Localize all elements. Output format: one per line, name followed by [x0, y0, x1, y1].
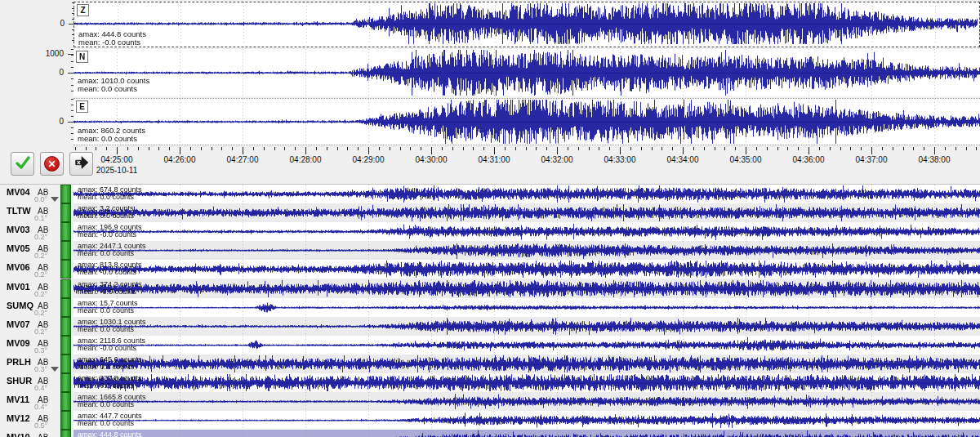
- station-row[interactable]: MV07 AB 0.2° amax: 1030.1 counts mean: 0…: [0, 317, 980, 336]
- station-distance: 0.2°: [11, 309, 47, 317]
- y-tick-label: 0: [34, 68, 64, 77]
- quality-bar: [60, 430, 71, 437]
- quality-bar: [60, 373, 71, 392]
- reject-button[interactable]: ✕: [40, 152, 64, 176]
- y-tick-label: 1000: [34, 49, 64, 58]
- station-row[interactable]: PRLH AB 0.3° amax: 645.6 counts mean: 0.…: [0, 355, 980, 373]
- black-arrow-x-icon: x: [74, 155, 89, 172]
- time-tick-label: 04:29:00: [340, 155, 397, 164]
- station-distance: 0.0°: [11, 195, 47, 203]
- station-distance: 0.4°: [11, 403, 47, 411]
- time-tick-label: 04:37:00: [843, 155, 900, 164]
- waveform-trace[interactable]: amax: 674.8 counts mean: 0.0 counts: [74, 185, 980, 203]
- confirm-button[interactable]: [11, 152, 34, 176]
- station-row[interactable]: TLTW AB 0.1° amax: 3.2 counts mean: 0.0 …: [0, 203, 980, 222]
- mean-label: mean: 0.0 counts: [78, 400, 134, 408]
- time-tick-label: 04:30:00: [403, 155, 460, 164]
- waveform-trace[interactable]: amax: 447.7 counts mean: 0.0 counts: [74, 411, 980, 430]
- waveform-canvas: [74, 279, 980, 298]
- waveform-canvas: [74, 317, 980, 336]
- waveform-canvas: [74, 222, 980, 241]
- waveform-trace[interactable]: amax: 15.7 counts mean: 0.0 counts: [74, 298, 980, 317]
- waveform-canvas: [74, 298, 980, 317]
- station-distance: 0.3°: [11, 346, 47, 355]
- waveform-trace[interactable]: amax: 374.2 counts mean: -0.0 counts: [74, 279, 980, 298]
- mean-label: mean: -0.0 counts: [78, 344, 136, 352]
- station-code: MV10: [7, 432, 30, 437]
- waveform-trace[interactable]: amax: 444.8 counts: [74, 430, 980, 437]
- waveform-canvas: [74, 355, 980, 373]
- channel-panel-e[interactable]: E amax: 860.2 counts mean: 0.0 counts 0: [74, 98, 980, 145]
- mean-label: mean: 0.0 counts: [78, 212, 134, 220]
- time-tick-label: 04:38:00: [906, 155, 963, 164]
- quality-bar: [60, 355, 71, 373]
- waveform-canvas: [74, 99, 980, 145]
- station-row[interactable]: SHUR AB 0.4° amax: 337.8 counts mean: 0.…: [0, 373, 980, 392]
- station-distance: 0.1°: [11, 214, 47, 222]
- station-row[interactable]: SUMQ AB 0.2° amax: 15.7 counts mean: 0.0…: [0, 298, 980, 317]
- station-row[interactable]: MV05 AB 0.2° amax: 2447.1 counts mean: 0…: [0, 241, 980, 260]
- waveform-trace[interactable]: amax: 1030.1 counts mean: 0.0 counts: [74, 317, 980, 336]
- mean-label: mean: -0.0 counts: [78, 268, 136, 276]
- waveform-canvas: [74, 2, 978, 45]
- quality-bar: [60, 241, 71, 260]
- station-row[interactable]: MV06 AB 0.2° amax: 813.8 counts mean: -0…: [0, 260, 980, 279]
- waveform-trace[interactable]: amax: 2447.1 counts mean: 0.0 counts: [74, 241, 980, 260]
- y-axis-ticks: [66, 99, 74, 145]
- mean-label: mean: 0.0 counts: [78, 381, 134, 390]
- waveform-trace[interactable]: amax: 813.8 counts mean: -0.0 counts: [74, 260, 980, 279]
- waveform-trace[interactable]: amax: 196.9 counts mean: -0.0 counts: [74, 222, 980, 241]
- station-distance: 0.5°: [11, 421, 47, 430]
- network-code: AB: [38, 433, 48, 437]
- station-row[interactable]: MV09 AB 0.3° amax: 2118.6 counts mean: -…: [0, 336, 980, 355]
- waveform-trace[interactable]: amax: 337.8 counts mean: 0.0 counts: [74, 373, 980, 392]
- y-tick-label: 0: [34, 117, 64, 126]
- green-check-icon: [15, 154, 31, 173]
- station-distance: 0.2°: [11, 233, 47, 241]
- channel-panel-n[interactable]: N amax: 1010.0 counts mean: 0.0 counts 1…: [74, 49, 980, 96]
- station-distance: 0.3°: [11, 365, 47, 373]
- waveform-canvas: [74, 203, 980, 222]
- channel-code-badge: N: [76, 51, 88, 63]
- station-row[interactable]: MV03 AB 0.2° amax: 196.9 counts mean: -0…: [0, 222, 980, 241]
- station-row[interactable]: MV10 AB amax: 444.8 counts: [0, 430, 980, 437]
- waveform-trace[interactable]: amax: 3.2 counts mean: 0.0 counts: [74, 203, 980, 222]
- station-row[interactable]: MV12 AB 0.5° amax: 447.7 counts mean: 0.…: [0, 411, 980, 430]
- mean-label: mean: 0.0 counts: [78, 363, 134, 371]
- station-row[interactable]: MV01 AB 0.2° amax: 374.2 counts mean: -0…: [0, 279, 980, 298]
- waveform-trace[interactable]: amax: 2118.6 counts mean: -0.0 counts: [74, 336, 980, 355]
- station-distance: 0.2°: [11, 328, 47, 336]
- y-axis-ticks: [66, 49, 74, 96]
- time-tick-label: 04:36:00: [780, 155, 837, 164]
- station-distance: 0.2°: [11, 270, 47, 279]
- waveform-trace[interactable]: amax: 645.6 counts mean: 0.0 counts: [74, 355, 980, 373]
- time-tick-label: 04:25:00: [88, 155, 145, 164]
- time-tick-label: 04:34:00: [654, 155, 711, 164]
- quality-bar: [60, 392, 71, 411]
- forward-button[interactable]: x: [69, 152, 93, 176]
- time-tick-label: 04:35:00: [717, 155, 774, 164]
- time-tick-label: 04:33:00: [591, 155, 648, 164]
- mean-label: mean: -0.0 counts: [78, 288, 136, 296]
- quality-bar: [60, 279, 71, 298]
- waveform-canvas: [74, 260, 980, 279]
- station-row[interactable]: MV04 AB 0.0° amax: 674.8 counts mean: 0.…: [0, 185, 980, 203]
- seismic-trace-viewer: counts counts counts Z amax: 444.8 count…: [0, 0, 980, 437]
- quality-bar: [60, 260, 71, 279]
- toolbar: ✕ x: [11, 152, 93, 176]
- mean-label: mean: 0.0 counts: [78, 306, 134, 314]
- amax-label: amax: 444.8 counts: [78, 430, 142, 437]
- quality-bar: [60, 336, 71, 355]
- red-cross-circle-icon: ✕: [44, 156, 60, 172]
- waveform-canvas: [74, 411, 980, 430]
- channel-panel-z[interactable]: Z amax: 444.8 counts mean: -0.0 counts 0: [74, 2, 980, 47]
- waveform-trace[interactable]: amax: 1665.8 counts mean: 0.0 counts: [74, 392, 980, 411]
- station-row[interactable]: MV11 AB 0.4° amax: 1665.8 counts mean: 0…: [0, 392, 980, 411]
- y-axis-ticks: [67, 2, 74, 45]
- quality-bar: [60, 185, 71, 203]
- waveform-canvas: [74, 392, 980, 411]
- waveform-canvas: [74, 49, 980, 96]
- station-distance: 0.2°: [11, 290, 47, 298]
- quality-bar: [60, 298, 71, 317]
- quality-bar: [60, 222, 71, 241]
